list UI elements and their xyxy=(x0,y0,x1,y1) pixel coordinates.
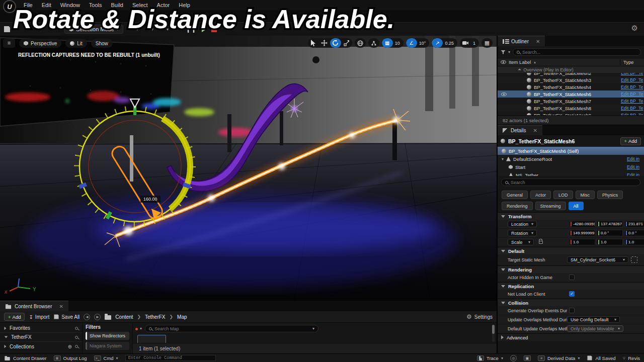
search-icon[interactable] xyxy=(75,336,78,339)
content-drawer-button[interactable]: Content Drawer xyxy=(4,355,47,361)
details-search-box[interactable] xyxy=(501,178,640,186)
level-viewport[interactable]: x Y ≡ Perspective Lit Show REFLECTION CA… xyxy=(0,36,497,300)
edit-blueprint-link[interactable]: Edit BP_Te xyxy=(621,106,644,111)
component-row[interactable]: NS_Tether Edit in xyxy=(498,171,644,176)
save-all-button[interactable]: Save All xyxy=(53,314,79,320)
insights-icon[interactable]: ◎ xyxy=(510,355,517,361)
lock-icon[interactable] xyxy=(539,241,543,244)
grid-snap-control[interactable]: ▦ 10 xyxy=(382,38,404,48)
scrollbar[interactable] xyxy=(492,325,495,342)
scale-z-field[interactable]: 1.0 xyxy=(624,239,644,245)
tab-details[interactable]: Details ✕ xyxy=(498,125,542,135)
outliner-search-input[interactable] xyxy=(522,50,637,55)
chip-misc[interactable]: Misc xyxy=(576,191,595,199)
output-log-button[interactable]: ≣ Output Log xyxy=(54,355,87,361)
lit-dropdown[interactable]: Lit xyxy=(65,39,87,48)
visibility-column[interactable] xyxy=(498,60,509,64)
rotation-y-field[interactable]: 0.0 ° xyxy=(597,230,623,236)
all-saved-button[interactable]: All Saved xyxy=(587,355,615,361)
world-row[interactable]: ⏶Overview (Play In Editor) xyxy=(498,66,644,73)
add-collection-icon[interactable]: ⊕ xyxy=(68,344,72,349)
table-row[interactable]: BP_TetherFX_StaticMesh7 Edit BP_Te xyxy=(498,98,644,105)
camera-speed-control[interactable]: 1 xyxy=(460,38,479,48)
scale-snap-control[interactable]: ↗ 0.25 xyxy=(432,38,457,48)
back-button[interactable]: ◄ xyxy=(84,314,90,320)
section-advanced[interactable]: Advanced xyxy=(498,333,644,341)
tab-outliner[interactable]: Outliner ✕ xyxy=(498,36,545,46)
section-replication[interactable]: Replication xyxy=(498,282,644,290)
close-icon[interactable]: ✕ xyxy=(533,128,537,133)
chip-general[interactable]: General xyxy=(502,191,528,199)
add-asset-button[interactable]: +Add xyxy=(4,313,25,321)
net-load-checkbox[interactable]: ✓ xyxy=(569,291,575,297)
scale-dropdown[interactable]: Scale▾ xyxy=(508,239,534,245)
section-collision[interactable]: Collision xyxy=(498,299,644,306)
column-item-label[interactable]: Item Label xyxy=(509,59,531,65)
asset-view[interactable]: ▾ ▾ 1 item (1 selected) xyxy=(133,323,497,353)
scale-x-field[interactable]: 1.0 xyxy=(569,239,595,245)
eye-icon[interactable] xyxy=(501,93,507,96)
edit-blueprint-link[interactable]: Edit BP_Te xyxy=(621,77,644,82)
rotation-x-field[interactable]: 149.999999 ° xyxy=(569,230,595,236)
surface-snapping-button[interactable] xyxy=(368,38,379,48)
target-static-mesh-dropdown[interactable]: SM_Cylinder_Socket6▾ xyxy=(567,256,628,263)
settings-gear-icon[interactable]: ⚙ xyxy=(631,24,638,32)
outliner-search-box[interactable] xyxy=(513,48,641,56)
project-folder-item[interactable]: TetherFX xyxy=(0,333,82,342)
import-button[interactable]: ↧Import xyxy=(29,314,49,320)
forward-button[interactable]: ► xyxy=(94,314,101,320)
edit-in-blueprint-link[interactable]: Edit in xyxy=(627,164,644,169)
chip-lod[interactable]: LOD xyxy=(553,191,573,199)
location-x-field[interactable]: -4280.09359 xyxy=(569,221,595,227)
column-type[interactable]: Type xyxy=(620,59,644,65)
chip-streaming[interactable]: Streaming xyxy=(535,202,566,210)
screenshot-icon[interactable]: ▣ xyxy=(524,355,531,361)
section-rendering[interactable]: Rendering xyxy=(498,265,644,273)
content-browser-settings-button[interactable]: ⚙ Settings xyxy=(466,314,493,320)
table-row[interactable]: BP_TetherFX_StaticMesh4 Edit BP_Te xyxy=(498,83,644,90)
asset-search-box[interactable]: ▾ xyxy=(145,325,318,332)
pick-actor-icon[interactable] xyxy=(631,256,637,263)
details-search-input[interactable] xyxy=(511,180,636,185)
edit-in-blueprint-link[interactable]: Edit in xyxy=(627,172,644,176)
search-icon[interactable] xyxy=(75,345,78,348)
section-transform[interactable]: Transform xyxy=(498,212,644,220)
rotate-tool-button[interactable] xyxy=(330,38,341,48)
location-y-field[interactable]: 137.478267 xyxy=(597,221,623,227)
update-overlaps-dropdown[interactable]: Use Config Default▾ xyxy=(567,316,620,323)
close-icon[interactable]: ✕ xyxy=(59,304,63,309)
collections-item[interactable]: Collections ⊕ xyxy=(0,342,82,351)
chip-physics[interactable]: Physics xyxy=(597,191,623,199)
table-row[interactable]: BP_TetherFX_StaticMesh8 Edit BP_Te xyxy=(498,105,644,112)
trace-button[interactable]: ▙ Trace ▾ xyxy=(477,355,503,361)
cmd-dropdown[interactable]: >_ Cmd ▾ xyxy=(94,355,118,361)
section-default[interactable]: Default xyxy=(498,247,644,254)
close-icon[interactable]: ✕ xyxy=(536,39,540,44)
scale-y-field[interactable]: 1.0 xyxy=(597,239,623,245)
save-level-icon[interactable] xyxy=(4,26,10,32)
edit-blueprint-link[interactable]: Edit BP_Te xyxy=(621,84,644,89)
chip-actor[interactable]: Actor xyxy=(530,191,551,199)
chevron-down-icon[interactable]: ▾ xyxy=(140,326,142,331)
scale-tool-button[interactable] xyxy=(341,38,352,48)
perspective-dropdown[interactable]: Perspective xyxy=(19,39,61,48)
edit-blueprint-link[interactable]: Edit BP_Te xyxy=(621,92,644,97)
rotation-z-field[interactable]: 0.0 ° xyxy=(624,230,644,236)
breadcrumb-tetherfx[interactable]: TetherFX xyxy=(145,314,166,320)
show-dropdown[interactable]: Show xyxy=(91,39,113,48)
filter-niagara-system[interactable]: Niagara System xyxy=(86,342,129,350)
component-row[interactable]: ▾ DefaultSceneRoot Edit in xyxy=(498,155,644,163)
rotation-dropdown[interactable]: Rotation▾ xyxy=(508,230,537,236)
add-component-button[interactable]: +Add xyxy=(620,137,641,145)
filter-show-redirectors[interactable]: Show Redirectors xyxy=(86,332,129,340)
select-tool-button[interactable] xyxy=(308,38,319,48)
asset-search-input[interactable] xyxy=(154,326,310,331)
actor-hidden-checkbox[interactable] xyxy=(569,275,575,280)
console-command-input[interactable] xyxy=(125,355,216,361)
breadcrumb-map[interactable]: Map xyxy=(177,314,187,320)
location-dropdown[interactable]: Location▾ xyxy=(508,221,537,227)
generate-overlap-checkbox[interactable] xyxy=(569,308,575,313)
breadcrumb-content[interactable]: Content xyxy=(115,314,133,320)
revision-control-button[interactable]: ⑂ Revis xyxy=(623,355,640,361)
viewport-menu-icon[interactable]: ≡ xyxy=(3,39,15,48)
